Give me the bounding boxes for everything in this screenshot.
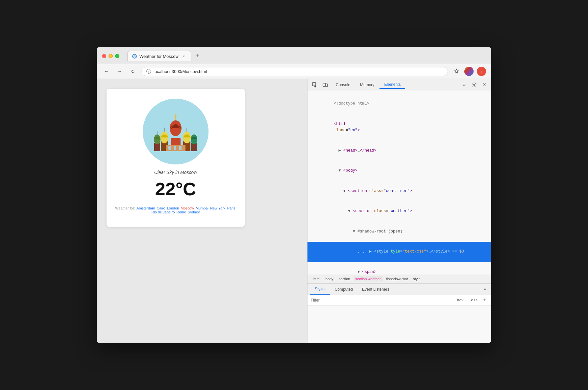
devtools-close-button[interactable]: × [480,81,489,89]
style-panel: Styles Computed Event Listeners » :hov .… [307,284,491,343]
tab-console[interactable]: Console [331,81,355,88]
svg-text:↑: ↑ [481,70,482,73]
tab-favicon [132,54,137,59]
style-tab-styles[interactable]: Styles [310,284,330,295]
nav-right-icons: ↑ [452,67,486,76]
style-tabs: Styles Computed Event Listeners » [307,284,491,295]
browser-tab[interactable]: Weather for Moscow × [127,51,191,61]
dom-span[interactable]: ▼ <span> [307,262,491,274]
maximize-window-button[interactable] [115,54,119,58]
cls-filter-button[interactable]: .cls [468,298,479,303]
dom-section-container[interactable]: ▼ <section class="container"> [307,181,491,201]
svg-rect-29 [179,146,182,150]
filter-bar: :hov .cls + [307,295,491,306]
devtools-toolbar: Console Memory Elements » × [307,79,491,91]
tab-bar: Weather for Moscow × + [127,51,486,61]
city-link-new-york[interactable]: New York [210,206,225,210]
style-tabs-more[interactable]: » [481,286,489,293]
new-tab-button[interactable]: + [193,52,202,61]
dom-html[interactable]: <html lang="en"> [307,114,491,141]
dom-body[interactable]: ▼ <body> [307,161,491,181]
browser-viewport: Clear Sky in Moscow 22°C Weather for: Am… [97,79,307,343]
breadcrumb-html[interactable]: html [311,276,322,281]
filter-input[interactable] [311,298,377,303]
svg-point-3 [464,67,474,76]
city-link-rome[interactable]: Rome [176,210,186,214]
city-link-sydney[interactable]: Sydney [188,210,200,214]
style-tab-computed[interactable]: Computed [330,284,357,294]
nav-bar: ← → ↻ i localhost:3000/Moscow.html [97,64,491,79]
svg-rect-27 [168,146,171,150]
svg-rect-30 [312,83,316,86]
update-button[interactable]: ↑ [477,67,486,76]
content-area: Clear Sky in Moscow 22°C Weather for: Am… [97,79,491,343]
url-text: localhost:3000/Moscow.html [154,69,207,74]
tab-memory[interactable]: Memory [355,81,379,88]
tab-title: Weather for Moscow [139,54,179,59]
hov-filter-button[interactable]: :hov [453,298,465,303]
devtools-settings-button[interactable] [470,80,479,89]
close-window-button[interactable] [102,54,106,58]
weather-card: Clear Sky in Moscow 22°C Weather for: Am… [107,89,245,227]
city-link-paris[interactable]: Paris [227,206,235,210]
title-bar: Weather for Moscow × + [97,47,491,64]
style-tab-event-listeners[interactable]: Event Listeners [357,284,394,294]
breadcrumb-style[interactable]: style [411,276,423,281]
browser-window: Weather for Moscow × + ← → ↻ i localhost… [97,47,491,343]
breadcrumb-section[interactable]: section [337,276,352,281]
temperature-display: 22°C [155,178,196,200]
add-style-button[interactable]: + [481,297,488,304]
city-link-mumbai[interactable]: Mumbai [196,206,208,210]
svg-rect-31 [323,83,326,86]
city-link-moscow[interactable]: Moscow [181,206,194,210]
dom-tree[interactable]: <!doctype html> <html lang="en"> ▶ <head… [307,91,491,274]
forward-button[interactable]: → [115,67,124,76]
traffic-lights [102,54,119,58]
tab-close-button[interactable]: × [181,54,186,59]
device-toolbar-button[interactable] [321,80,330,89]
city-link-cairo[interactable]: Cairo [157,206,165,210]
dom-breadcrumb: html body section section.weather #shado… [307,274,491,284]
breadcrumb-section-weather[interactable]: section.weather [354,276,383,281]
city-link-amsterdam[interactable]: Amsterdam [136,206,155,210]
inspect-element-button[interactable] [310,80,319,89]
reload-button[interactable]: ↻ [128,67,137,76]
city-link-rio[interactable]: Rio de Janeiro [151,210,175,214]
breadcrumb-body[interactable]: body [324,276,335,281]
address-bar[interactable]: i localhost:3000/Moscow.html [141,67,448,76]
devtools-tabs: Console Memory Elements [331,81,459,89]
svg-point-33 [474,84,475,85]
dom-section-weather[interactable]: ▼ <section class="weather"> [307,201,491,222]
devtools-panel: Console Memory Elements » × <!doctype ht… [307,79,491,343]
moscow-illustration [143,99,208,164]
security-icon: i [146,69,151,74]
minimize-window-button[interactable] [109,54,113,58]
dom-shadow-root[interactable]: ▼ #shadow-root (open) [307,222,491,242]
dom-head[interactable]: ▶ <head>…</head> [307,140,491,161]
dom-doctype[interactable]: <!doctype html> [307,94,491,114]
weather-description: Clear Sky in Moscow [154,170,197,175]
tab-elements[interactable]: Elements [380,81,405,89]
city-links: Weather for: Amsterdam Cairo London Mosc… [113,206,238,214]
city-link-london[interactable]: London [167,206,179,210]
weather-for-label: Weather for: [115,206,135,210]
breadcrumb-shadow-root[interactable]: #shadow-root [384,276,410,281]
back-button[interactable]: ← [102,67,111,76]
svg-rect-28 [174,146,176,150]
bookmark-button[interactable] [452,67,461,76]
dom-style-selected[interactable]: ... ▶ <style tyle="text/css">…</style> =… [307,242,491,262]
devtools-more-button[interactable]: » [460,81,468,89]
svg-rect-32 [326,84,328,86]
profile-avatar[interactable] [464,67,474,76]
